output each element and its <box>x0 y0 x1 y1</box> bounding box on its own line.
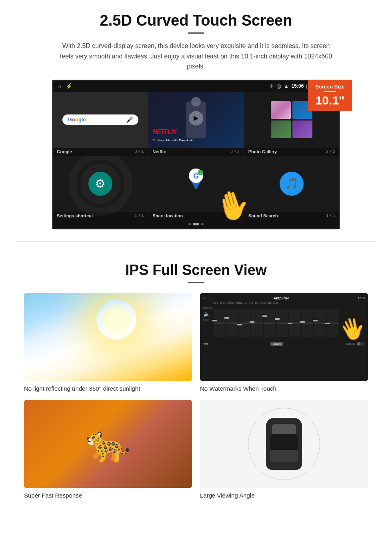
cheetah-image-box: 🐆 <box>24 400 192 488</box>
sunlight-image-box <box>24 293 192 381</box>
sound-thumb: 🎵 <box>244 156 339 212</box>
touch-hand-icon: 🖐 <box>337 313 368 344</box>
badge-size: 10.1" <box>314 94 346 107</box>
badge-label: Screen Size <box>314 84 346 90</box>
google-label-row: Google 3 × 1 <box>53 148 148 156</box>
feature-sunlight: No light reflecting under 360° direct su… <box>24 293 192 392</box>
svg-text:✓: ✓ <box>199 171 202 175</box>
car-rear-window <box>270 450 298 462</box>
wifi-icon: ▲ <box>284 83 289 89</box>
netflix-app-name: Netflix <box>152 149 166 154</box>
cheetah-caption: Super Fast Response <box>24 492 192 499</box>
gallery-label-row: Photo Gallery 2 × 2 <box>244 148 339 156</box>
google-search-bar[interactable]: Google 🎤 <box>62 114 138 125</box>
person-head <box>191 97 201 106</box>
bg-circles <box>53 156 148 212</box>
google-app-size: 3 × 1 <box>135 149 144 154</box>
amp-main-area: Balance 🔈 Fader <box>203 305 365 340</box>
amp-slider-2[interactable] <box>226 309 238 337</box>
share-location-cell[interactable]: G ✓ 🤚 Share location 1 × 1 <box>148 156 243 220</box>
netflix-app-size: 3 × 2 <box>230 149 240 154</box>
share-thumb: G ✓ 🤚 <box>148 156 243 212</box>
amp-sliders <box>214 307 338 339</box>
g-maps-icon: G ✓ <box>186 168 206 191</box>
section2-title: IPS Full Screen View <box>24 262 368 279</box>
amplifier-caption: No Watermarks When Touch <box>200 385 368 392</box>
feature-grid: No light reflecting under 360° direct su… <box>24 293 368 499</box>
dot-2[interactable] <box>193 223 199 225</box>
screen-dots <box>53 220 339 229</box>
amp-slider-9[interactable] <box>314 309 326 337</box>
app-grid-top: Google 🎤 Google 3 × 1 <box>53 92 339 156</box>
netflix-play-button[interactable]: ▶ <box>189 111 203 125</box>
sunlight-image <box>24 293 192 381</box>
section1-description: With 2.5D curved-display screen, this de… <box>56 41 336 72</box>
settings-app-size: 1 × 1 <box>135 213 144 218</box>
settings-cell[interactable]: ⚙ Settings shortcut 1 × 1 <box>53 156 148 220</box>
status-time: 15:06 <box>292 83 304 89</box>
car-image <box>200 400 368 488</box>
usb-icon: ⚡ <box>66 83 72 89</box>
google-cell[interactable]: Google 🎤 Google 3 × 1 <box>53 92 148 156</box>
netflix-logo: NETFLIX <box>152 128 176 136</box>
toggle-knob <box>357 342 360 345</box>
cheetah-emoji: 🐆 <box>86 423 130 465</box>
netflix-cell[interactable]: ▶ NETFLIX Continue Marvel's Daredevil Ne… <box>148 92 243 156</box>
badge-divider <box>324 91 336 92</box>
feature-cheetah: 🐆 Super Fast Response <box>24 400 192 499</box>
section1-title: 2.5D Curved Touch Screen <box>100 12 292 29</box>
car-top-view <box>248 408 320 480</box>
location-icon: ◎ <box>276 83 281 89</box>
amp-home-icon: ⌂ <box>203 297 205 299</box>
dot-3[interactable] <box>201 223 204 225</box>
amp-slider-7[interactable] <box>289 309 301 337</box>
amp-status-bar: ⌂ Amplifier 17:33 <box>203 296 365 300</box>
section1-title-divider <box>188 32 204 34</box>
car-caption: Large Viewing Angle <box>200 492 368 499</box>
loudness-toggle[interactable] <box>357 342 365 346</box>
car-outer-circle <box>248 408 320 480</box>
amp-slider-6[interactable] <box>276 309 288 337</box>
dot-1[interactable] <box>188 223 191 225</box>
car-body <box>266 418 302 470</box>
amp-slider-8[interactable] <box>302 309 313 337</box>
google-logo: Google <box>68 116 86 122</box>
page-divider <box>16 241 376 242</box>
section2-title-divider <box>188 282 204 283</box>
music-note-icon: 🎵 <box>285 177 299 190</box>
amp-prev-icon: ◀◀ <box>203 342 208 345</box>
bluetooth-icon: ✳ <box>269 83 274 89</box>
amp-slider-3[interactable] <box>239 309 250 337</box>
home-icon: ⌂ <box>58 83 61 89</box>
gallery-app-name: Photo Gallery <box>248 149 277 154</box>
google-mic-icon[interactable]: 🎤 <box>126 116 133 123</box>
sound-icon-circle: 🎵 <box>280 172 304 196</box>
status-bar: ⌂ ⚡ ✳ ◎ ▲ 15:06 ◻ ◁) ✕ ▭ <box>53 80 339 92</box>
settings-app-name: Settings shortcut <box>57 213 93 218</box>
amp-freq-labels: 60hz100hz200hz500hz1k2.5k10k12.5k15kSUB <box>213 302 365 304</box>
netflix-subtitle: Continue Marvel's Daredevil <box>152 138 192 142</box>
amp-custom-button[interactable]: Custom <box>270 342 284 346</box>
share-app-name: Share location <box>152 213 183 218</box>
amplifier-image: ⌂ Amplifier 17:33 60hz100hz200hz500hz1k2… <box>200 293 368 381</box>
sun-glow <box>96 299 136 339</box>
android-screen: ⌂ ⚡ ✳ ◎ ▲ 15:06 ◻ ◁) ✕ ▭ <box>52 80 340 229</box>
sound-label-row: Sound Search 1 × 1 <box>244 212 339 220</box>
section2: IPS Full Screen View No light reflecting… <box>0 254 392 511</box>
car-image-box <box>200 400 368 488</box>
feature-amplifier: ⌂ Amplifier 17:33 60hz100hz200hz500hz1k2… <box>200 293 368 392</box>
cheetah-image: 🐆 <box>24 400 192 488</box>
sound-search-cell[interactable]: 🎵 Sound Search 1 × 1 <box>244 156 339 220</box>
netflix-label-row: Netflix 3 × 2 <box>148 148 243 156</box>
amp-bottom-controls: ◀◀ Custom loudness <box>203 342 365 346</box>
amp-title: Amplifier <box>274 296 289 300</box>
section1: 2.5D Curved Touch Screen With 2.5D curve… <box>0 0 392 229</box>
status-bar-left: ⌂ ⚡ <box>58 83 72 89</box>
amp-slider-5[interactable] <box>264 309 276 337</box>
amp-slider-1[interactable] <box>214 309 225 337</box>
sound-app-size: 1 × 1 <box>326 213 335 218</box>
sunlight-caption: No light reflecting under 360° direct su… <box>24 385 192 392</box>
amplifier-image-box: ⌂ Amplifier 17:33 60hz100hz200hz500hz1k2… <box>200 293 368 381</box>
screen-size-badge: Screen Size 10.1" <box>308 80 352 111</box>
amp-slider-4[interactable] <box>251 309 263 337</box>
